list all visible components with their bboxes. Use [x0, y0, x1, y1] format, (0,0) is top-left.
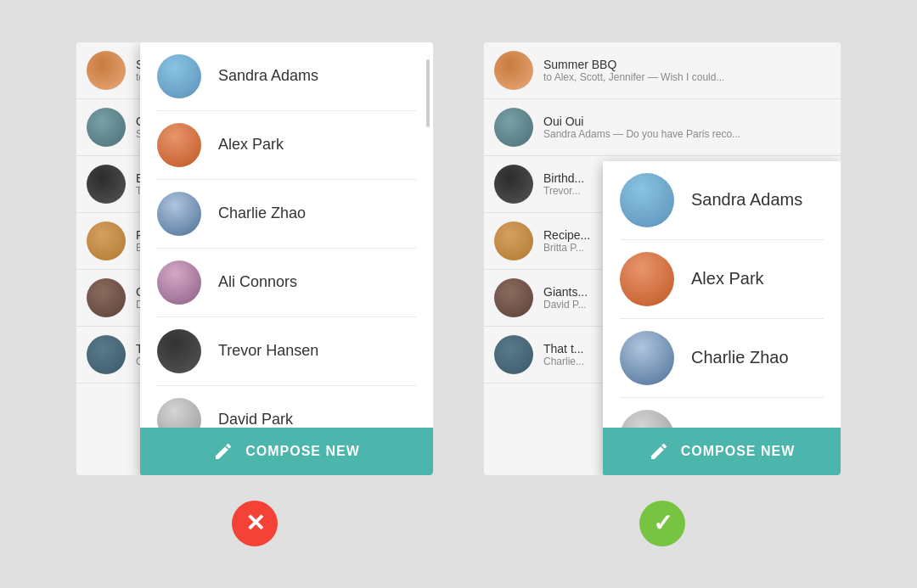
email-subject: Oui Oui: [543, 115, 830, 128]
contact-avatar: [620, 410, 674, 428]
compose-button[interactable]: COMPOSE NEW: [603, 428, 841, 475]
contact-item[interactable]: David Park: [140, 386, 433, 428]
contact-name: Alex Park: [691, 269, 764, 288]
check-icon: ✓: [653, 509, 672, 537]
contact-item[interactable]: Charlie Zhao: [603, 319, 841, 397]
edit-icon: [213, 441, 233, 462]
contact-avatar: [157, 192, 201, 236]
avatar: [87, 51, 126, 90]
email-content: Summer BBQ to Alex, Scott, Jennifer — Wi…: [543, 58, 830, 83]
email-item[interactable]: Oui Oui Sandra Adams — Do you have Paris…: [484, 99, 841, 156]
compose-label: COMPOSE NEW: [245, 444, 360, 459]
contact-avatar: [157, 123, 201, 167]
contact-item[interactable]: Charlie Zhao: [140, 180, 433, 248]
contact-item[interactable]: Sandra Adams: [603, 161, 841, 239]
contact-avatar: [620, 252, 674, 306]
avatar: [87, 335, 126, 374]
contact-avatar: [620, 173, 674, 227]
avatar: [87, 108, 126, 147]
right-panel-wrapper: Summer BBQ to Alex, Scott, Jennifer — Wi…: [484, 42, 841, 546]
left-panel-wrapper: Summ... to Alex... Oui Ou... Sandra... B…: [76, 42, 433, 546]
right-contact-popup: Sandra Adams Alex Park Charlie Zhao Davi…: [603, 161, 841, 475]
contact-name: Charlie Zhao: [218, 204, 306, 222]
right-phone-panel: Summer BBQ to Alex, Scott, Jennifer — Wi…: [484, 42, 841, 475]
email-sender: to Alex, Scott, Jennifer — Wish I could.…: [543, 71, 830, 83]
contact-name: Ali Connors: [218, 273, 297, 291]
contact-avatar: [157, 398, 201, 428]
avatar: [87, 278, 126, 317]
avatar: [494, 108, 533, 147]
compose-button[interactable]: COMPOSE NEW: [140, 428, 433, 475]
contact-item[interactable]: Alex Park: [603, 240, 841, 318]
left-phone-panel: Summ... to Alex... Oui Ou... Sandra... B…: [76, 42, 433, 475]
email-item[interactable]: Summer BBQ to Alex, Scott, Jennifer — Wi…: [484, 42, 841, 99]
contact-avatar: [157, 260, 201, 305]
compose-label: COMPOSE NEW: [681, 444, 796, 459]
wrong-badge: ✕: [232, 501, 278, 546]
contact-avatar: [620, 331, 674, 385]
wrong-icon: ✕: [245, 509, 265, 537]
contact-name: Trevor Hansen: [218, 342, 318, 360]
avatar: [87, 221, 126, 260]
avatar: [494, 335, 533, 374]
contact-item[interactable]: Alex Park: [140, 111, 433, 179]
left-contact-popup: Sandra Adams Alex Park Charlie Zhao Ali …: [140, 42, 433, 475]
contact-name: Charlie Zhao: [691, 348, 789, 367]
avatar: [494, 165, 533, 204]
email-content: Oui Oui Sandra Adams — Do you have Paris…: [543, 115, 830, 140]
avatar: [87, 165, 126, 204]
right-contact-list: Sandra Adams Alex Park Charlie Zhao Davi…: [603, 161, 841, 428]
contact-name: David Park: [218, 411, 293, 428]
check-badge: ✓: [639, 501, 685, 546]
contact-item[interactable]: Trevor Hansen: [140, 317, 433, 385]
avatar: [494, 278, 533, 317]
contact-item[interactable]: Sandra Adams: [140, 42, 433, 110]
contact-name: Alex Park: [218, 136, 284, 154]
scroll-indicator: [426, 59, 430, 127]
email-sender: Sandra Adams — Do you have Paris reco...: [543, 128, 830, 140]
avatar: [494, 51, 533, 90]
contact-avatar: [157, 329, 201, 373]
contact-item[interactable]: David Park: [603, 398, 841, 428]
edit-icon: [649, 441, 669, 462]
contact-name: Sandra Adams: [218, 67, 318, 85]
contact-item[interactable]: Ali Connors: [140, 249, 433, 316]
left-contact-list: Sandra Adams Alex Park Charlie Zhao Ali …: [140, 42, 433, 428]
avatar: [494, 221, 533, 260]
email-subject: Summer BBQ: [543, 58, 830, 71]
contact-avatar: [157, 54, 201, 98]
contact-name: Sandra Adams: [691, 190, 802, 210]
